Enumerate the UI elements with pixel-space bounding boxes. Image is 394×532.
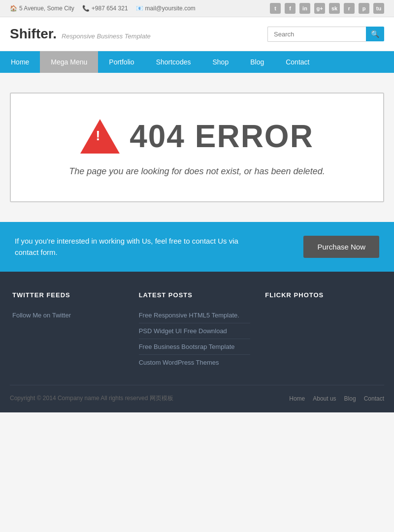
- phone: 📞 +987 654 321: [82, 5, 128, 12]
- logo: Shifter.: [10, 26, 57, 42]
- footer-link-contact[interactable]: Contact: [364, 395, 384, 402]
- footer-col-posts: LATEST POSTS Free Responsive HTML5 Templ…: [131, 291, 258, 370]
- error-heading: 404 ERROR: [31, 118, 363, 155]
- twitter-follow-link[interactable]: Follow Me on Twitter: [12, 308, 124, 323]
- nav-shop[interactable]: Shop: [201, 51, 239, 73]
- email: 📧 mail@yoursite.com: [136, 5, 196, 12]
- nav-blog[interactable]: Blog: [239, 51, 275, 73]
- tagline: Responsive Business Template: [62, 32, 151, 40]
- footer-link-home[interactable]: Home: [289, 395, 305, 402]
- header: Shifter. Responsive Business Template 🔍: [0, 17, 394, 51]
- email-icon: 📧: [136, 5, 143, 12]
- topbar-contact: 🏠 5 Avenue, Some City 📞 +987 654 321 📧 m…: [10, 5, 196, 12]
- phone-icon: 📞: [82, 5, 90, 12]
- navbar: Home Mega Menu Portfolio Shortcodes Shop…: [0, 51, 394, 73]
- warning-icon: [80, 119, 120, 154]
- error-message: The page you are looking for does not ex…: [31, 166, 363, 177]
- footer-columns: TWITTER FEEDS Follow Me on Twitter LATES…: [10, 291, 384, 370]
- footer-link-blog[interactable]: Blog: [344, 395, 356, 402]
- facebook-icon[interactable]: f: [285, 3, 296, 14]
- footer-bottom: Copyright © 2014 Company name All rights…: [10, 385, 384, 403]
- nav-contact[interactable]: Contact: [275, 51, 320, 73]
- post-link-4[interactable]: Custom WordPress Themes: [139, 355, 251, 370]
- content-area: 404 ERROR The page you are looking for d…: [0, 73, 394, 222]
- nav-shortcodes[interactable]: Shortcodes: [145, 51, 202, 73]
- search-button[interactable]: 🔍: [366, 27, 384, 41]
- pinterest-icon[interactable]: p: [359, 3, 369, 14]
- nav-mega-menu[interactable]: Mega Menu: [40, 51, 98, 73]
- cta-text: If you you're interested in working with…: [15, 236, 251, 258]
- nav-home[interactable]: Home: [0, 51, 40, 73]
- reddit-icon[interactable]: r: [344, 3, 355, 14]
- home-icon: 🏠: [10, 5, 17, 12]
- footer-bottom-links: Home About us Blog Contact: [289, 395, 384, 402]
- social-icons: t f in g+ sk r p tu: [270, 3, 384, 14]
- address: 🏠 5 Avenue, Some City: [10, 5, 74, 12]
- logo-area: Shifter. Responsive Business Template: [10, 26, 151, 42]
- cta-bar: If you you're interested in working with…: [0, 222, 394, 272]
- search-input[interactable]: [267, 27, 366, 42]
- footer-twitter-heading: TWITTER FEEDS: [12, 291, 124, 299]
- nav-portfolio[interactable]: Portfolio: [98, 51, 145, 73]
- footer-posts-heading: LATEST POSTS: [139, 291, 251, 299]
- post-link-2[interactable]: PSD Widget UI Free Download: [139, 323, 251, 339]
- footer-link-about[interactable]: About us: [313, 395, 336, 402]
- purchase-now-button[interactable]: Purchase Now: [303, 236, 379, 258]
- googleplus-icon[interactable]: g+: [314, 3, 325, 14]
- footer-col-twitter: TWITTER FEEDS Follow Me on Twitter: [10, 291, 131, 370]
- skype-icon[interactable]: sk: [329, 3, 340, 14]
- search-box: 🔍: [267, 27, 384, 42]
- error-box: 404 ERROR The page you are looking for d…: [10, 93, 384, 202]
- post-link-3[interactable]: Free Business Bootsrap Template: [139, 339, 251, 355]
- error-code: 404 ERROR: [130, 118, 314, 155]
- linkedin-icon[interactable]: in: [299, 3, 310, 14]
- footer-flickr-heading: FLICKR PHOTOS: [265, 291, 377, 299]
- topbar: 🏠 5 Avenue, Some City 📞 +987 654 321 📧 m…: [0, 0, 394, 17]
- footer: TWITTER FEEDS Follow Me on Twitter LATES…: [0, 272, 394, 412]
- post-link-1[interactable]: Free Responsive HTML5 Template.: [139, 308, 251, 323]
- footer-col-flickr: FLICKR PHOTOS: [258, 291, 384, 370]
- copyright: Copyright © 2014 Company name All rights…: [10, 394, 173, 403]
- tumblr-icon[interactable]: tu: [373, 3, 384, 14]
- twitter-icon[interactable]: t: [270, 3, 281, 14]
